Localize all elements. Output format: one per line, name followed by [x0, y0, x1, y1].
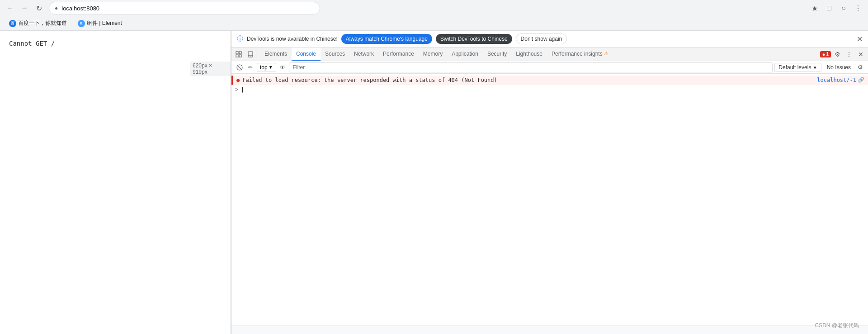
issues-settings-icon[interactable]: ⚙ [856, 63, 864, 72]
console-content: ● Failed to load resource: the server re… [231, 74, 868, 325]
console-toolbar: ✏ top ▼ 👁 Default levels ▼ No Issues ⚙ [231, 61, 868, 74]
performance-insights-icon: ⚠ [604, 51, 609, 57]
tab-performance-insights[interactable]: Performance insights ⚠ [547, 48, 613, 61]
default-levels-chevron: ▼ [813, 65, 817, 70]
dont-show-button[interactable]: Don't show again [516, 33, 567, 44]
page-size-indicator: 620px × 919px [190, 62, 231, 76]
extensions-button[interactable]: □ [823, 2, 835, 14]
switch-devtools-button[interactable]: Switch DevTools to Chinese [436, 34, 512, 44]
devtools-settings-button[interactable]: ⚙ [832, 49, 843, 60]
menu-button[interactable]: ⋮ [852, 2, 864, 14]
address-bar[interactable]: ● localhost:8080 [49, 2, 320, 14]
reload-button[interactable]: ↻ [33, 2, 45, 14]
console-error-text: Failed to load resource: the server resp… [242, 77, 817, 83]
svg-rect-2 [236, 55, 238, 57]
svg-point-6 [250, 56, 251, 57]
profile-button[interactable]: ○ [837, 2, 850, 14]
console-prompt-icon: > [235, 86, 238, 93]
url-text: localhost:8080 [61, 5, 99, 12]
bookmark-element[interactable]: E 组件 | Element [74, 19, 126, 28]
info-icon: ⓘ [237, 35, 243, 43]
notification-bar: ⓘ DevTools is now available in Chinese! … [231, 31, 868, 48]
console-input-row: > | [231, 85, 868, 94]
no-issues-label: No Issues [823, 63, 854, 72]
svg-rect-3 [239, 55, 241, 57]
error-link-icon[interactable]: 🔗 [858, 77, 864, 83]
tab-sources[interactable]: Sources [321, 48, 349, 61]
context-selector[interactable]: top ▼ [257, 63, 276, 72]
back-button[interactable]: ← [4, 2, 16, 14]
devtools-tabs: Elements Console Sources Network Perform… [258, 48, 613, 61]
watermark: CSDN @老张代码 [815, 322, 859, 329]
bottom-bar [231, 325, 868, 334]
baidu-favicon: 百 [9, 20, 16, 27]
star-button[interactable]: ★ [808, 2, 821, 14]
tab-console[interactable]: Console [292, 48, 321, 61]
device-toolbar-button[interactable] [245, 49, 256, 60]
bookmarks-bar: 百 百度一下，你就知道 E 组件 | Element [0, 16, 868, 31]
tab-lighthouse[interactable]: Lighthouse [511, 48, 547, 61]
default-levels-button[interactable]: Default levels ▼ [774, 63, 821, 72]
bookmark-baidu-label: 百度一下，你就知道 [18, 19, 67, 27]
devtools-more-button[interactable]: ⋮ [844, 49, 854, 60]
notification-close-button[interactable]: ✕ [857, 35, 863, 43]
console-error-row: ● Failed to load resource: the server re… [231, 76, 868, 85]
inspect-element-button[interactable] [233, 49, 244, 60]
svg-rect-1 [239, 52, 241, 54]
error-circle-icon: ● [236, 77, 240, 83]
lock-icon: ● [55, 5, 58, 11]
bookmark-baidu[interactable]: 百 百度一下，你就知道 [5, 19, 71, 28]
context-dropdown-icon: ▼ [269, 65, 273, 70]
error-file-link[interactable]: localhost/-1 [817, 77, 856, 83]
tab-application[interactable]: Application [447, 48, 483, 61]
error-count-badge: ● 1 [820, 51, 831, 57]
eye-button[interactable]: 👁 [278, 63, 287, 72]
svg-rect-0 [236, 52, 238, 54]
devtools-tab-bar: Elements Console Sources Network Perform… [231, 48, 868, 61]
page-error-text: Cannot GET / [9, 40, 55, 47]
clear-console-button[interactable] [235, 63, 244, 72]
element-favicon: E [78, 20, 85, 27]
webpage-area: 620px × 919px Cannot GET / [0, 31, 231, 334]
bookmark-element-label: 组件 | Element [87, 19, 122, 27]
tab-network[interactable]: Network [349, 48, 378, 61]
console-cursor[interactable]: | [241, 86, 244, 93]
forward-button[interactable]: → [18, 2, 31, 14]
svg-line-8 [238, 66, 241, 69]
tab-elements[interactable]: Elements [260, 48, 292, 61]
devtools-close-button[interactable]: ✕ [855, 49, 866, 60]
tab-security[interactable]: Security [483, 48, 511, 61]
tab-memory[interactable]: Memory [419, 48, 447, 61]
filter-toggle-button[interactable]: ✏ [246, 63, 255, 72]
devtools-panel: ⓘ DevTools is now available in Chinese! … [231, 31, 868, 334]
tab-performance[interactable]: Performance [378, 48, 419, 61]
filter-input[interactable] [289, 62, 773, 72]
match-language-button[interactable]: Always match Chrome's language [341, 34, 432, 44]
notification-text: DevTools is now available in Chinese! [247, 36, 338, 42]
